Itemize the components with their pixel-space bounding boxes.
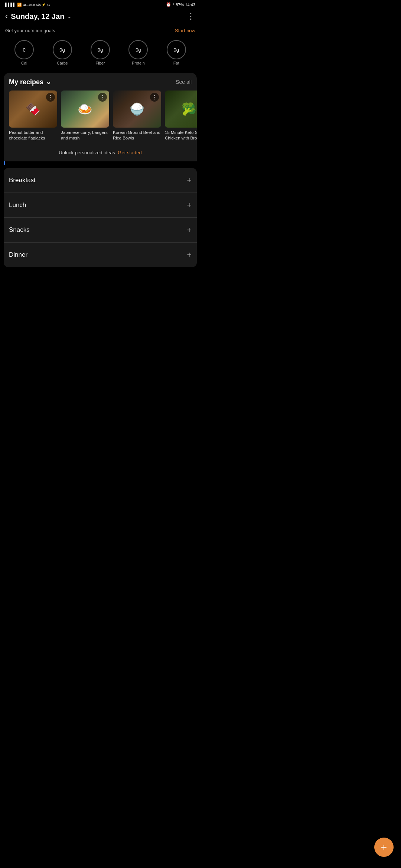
nutrition-goal-text: Get your nutrition goals	[5, 28, 55, 33]
nutrition-item-protein: 0g Protein	[128, 40, 148, 65]
recipe-image-2: ⋮	[113, 91, 161, 128]
nutrition-circle-fiber: 0g	[91, 40, 110, 59]
recipe-image-1: ⋮	[61, 91, 109, 128]
recipes-title-text: My recipes	[9, 78, 43, 86]
meal-name-lunch: Lunch	[9, 201, 26, 209]
nutrition-item-fat: 0g Fat	[167, 40, 186, 65]
meal-name-snacks: Snacks	[9, 226, 30, 234]
blue-accent-bar	[4, 161, 5, 165]
recipe-more-button-0[interactable]: ⋮	[46, 93, 55, 102]
more-options-button[interactable]: ⋮	[187, 11, 195, 21]
recipes-section: My recipes ⌄ See all ⋮ Peanut butter and…	[4, 73, 197, 161]
my-recipes-title[interactable]: My recipes ⌄	[9, 78, 51, 86]
recipe-more-button-2[interactable]: ⋮	[150, 93, 159, 102]
divider	[4, 161, 197, 165]
see-all-button[interactable]: See all	[176, 79, 192, 85]
recipe-more-button-1[interactable]: ⋮	[98, 93, 107, 102]
recipe-card[interactable]: ⋮ Korean Ground Beef and Rice Bowls	[113, 91, 161, 141]
recipes-chevron-icon: ⌄	[46, 78, 51, 86]
header: ‹ Sunday, 12 Jan ⌄ ⋮	[0, 9, 200, 25]
meal-name-dinner: Dinner	[9, 251, 27, 259]
main-content: My recipes ⌄ See all ⋮ Peanut butter and…	[0, 73, 200, 267]
recipe-card[interactable]: ⋮ 15 Minute Keto Garlic Chicken with Bro…	[165, 91, 197, 141]
start-now-button[interactable]: Start now	[175, 28, 195, 33]
wifi-icon: 📶	[17, 3, 22, 7]
date-title[interactable]: Sunday, 12 Jan	[11, 12, 64, 21]
nutrition-circle-fat: 0g	[167, 40, 186, 59]
speed-indicator: 4G 45.8 K/s ⚡ 67	[23, 3, 50, 7]
status-right: ⏰ * 87% 14:43	[166, 2, 195, 7]
get-started-button[interactable]: Get started	[118, 150, 141, 155]
meal-add-button-snacks[interactable]: +	[187, 225, 192, 235]
nutrition-item-carbs: 0g Carbs	[53, 40, 72, 65]
recipe-card[interactable]: ⋮ Peanut butter and chocolate flapjacks	[9, 91, 57, 141]
nutrition-label-carbs: Carbs	[57, 61, 68, 65]
recipe-name-2: Korean Ground Beef and Rice Bowls	[113, 130, 161, 141]
meal-item-breakfast[interactable]: Breakfast +	[4, 168, 197, 193]
alarm-icon: ⏰	[166, 2, 171, 7]
nutrition-item-cal: 0 Cal	[14, 40, 34, 65]
status-bar: ▌▌▌▌ 📶 4G 45.8 K/s ⚡ 67 ⏰ * 87% 14:43	[0, 0, 200, 9]
nutrition-label-protein: Protein	[132, 61, 145, 65]
nutrition-label-fat: Fat	[173, 61, 179, 65]
back-button[interactable]: ‹	[5, 11, 8, 21]
nutrition-item-fiber: 0g Fiber	[91, 40, 110, 65]
recipes-header: My recipes ⌄ See all	[4, 78, 197, 91]
battery-level: 87% 14:43	[176, 3, 195, 7]
nutrition-circle-carbs: 0g	[53, 40, 72, 59]
recipe-card[interactable]: ⋮ Japanese curry, bangers and mash	[61, 91, 109, 141]
chevron-down-icon[interactable]: ⌄	[67, 13, 72, 19]
personalized-text: Unlock personalized ideas.	[59, 150, 116, 155]
recipe-name-1: Japanese curry, bangers and mash	[61, 130, 109, 141]
recipe-name-3: 15 Minute Keto Garlic Chicken with Brocc…	[165, 130, 197, 141]
recipes-scroll[interactable]: ⋮ Peanut butter and chocolate flapjacks …	[4, 91, 197, 146]
status-left: ▌▌▌▌ 📶 4G 45.8 K/s ⚡ 67	[5, 3, 50, 7]
signal-icon: ▌▌▌▌	[5, 3, 16, 7]
meal-item-dinner[interactable]: Dinner +	[4, 242, 197, 267]
meal-item-snacks[interactable]: Snacks +	[4, 217, 197, 242]
recipe-name-0: Peanut butter and chocolate flapjacks	[9, 130, 57, 141]
nutrition-circles: 0 Cal 0g Carbs 0g Fiber 0g Protein 0g Fa…	[0, 36, 200, 71]
nutrition-label-fiber: Fiber	[95, 61, 105, 65]
bluetooth-icon: *	[173, 3, 174, 7]
meal-add-button-breakfast[interactable]: +	[187, 175, 192, 185]
recipe-image-0: ⋮	[9, 91, 57, 128]
meal-name-breakfast: Breakfast	[9, 177, 36, 184]
nutrition-label-cal: Cal	[21, 61, 27, 65]
personalized-banner: Unlock personalized ideas. Get started	[4, 146, 197, 161]
meal-add-button-dinner[interactable]: +	[187, 250, 192, 260]
nutrition-circle-cal: 0	[14, 40, 34, 59]
header-left: ‹ Sunday, 12 Jan ⌄	[5, 11, 72, 21]
recipe-image-3: ⋮	[165, 91, 197, 128]
meal-item-lunch[interactable]: Lunch +	[4, 193, 197, 217]
nutrition-banner: Get your nutrition goals Start now	[0, 25, 200, 36]
nutrition-circle-protein: 0g	[128, 40, 148, 59]
meal-sections: Breakfast + Lunch + Snacks + Dinner +	[4, 168, 197, 267]
meal-add-button-lunch[interactable]: +	[187, 200, 192, 210]
